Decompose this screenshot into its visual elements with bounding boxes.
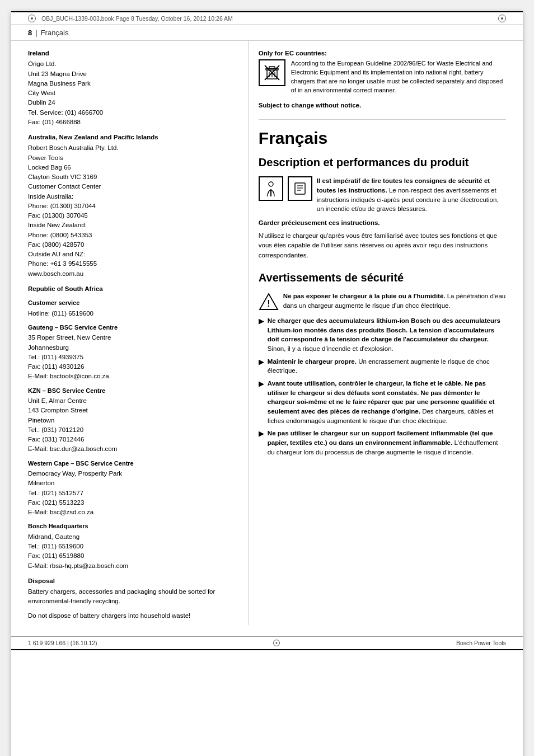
south-africa-heading: Republic of South Africa (28, 284, 238, 294)
safety-intro-text: Il est impératif de lire toutes les cons… (317, 176, 506, 214)
gauteng-line-2: Johannesburg (28, 344, 69, 351)
rain-warning-text: Ne pas exposer le chargeur à la pluie ou… (283, 292, 506, 311)
aus-line-3: Locked Bag 66 (28, 164, 71, 171)
aus-line-12: Outside AU and NZ: (28, 251, 85, 257)
ireland-line-7: Fax: (01) 4666888 (28, 119, 81, 125)
aus-line-6: Inside Australia: (28, 193, 73, 200)
gauteng-line-4: Fax: (011) 4930126 (28, 363, 84, 370)
section-label: Français (41, 29, 69, 37)
western-cape-address: Democracy Way, Prosperity Park Milnerton… (28, 469, 238, 517)
kzn-heading: KZN – BSC Service Centre (28, 386, 238, 396)
wc-line-5: E-Mail: bsc@zsd.co.za (28, 509, 93, 515)
customer-service-label: Customer service (28, 298, 238, 308)
safety-icon-box-1 (259, 176, 283, 201)
australia-heading: Australia, New Zealand and Pacific Islan… (28, 133, 238, 142)
manual-icon (292, 181, 308, 196)
target-icon-left (28, 15, 36, 22)
kzn-line-2: 143 Crompton Street (28, 407, 88, 414)
gauteng-heading: Gauteng – BSC Service Centre (28, 323, 238, 332)
aus-line-10: Phone: (0800) 543353 (28, 232, 92, 238)
aus-line-4: Clayton South VIC 3169 (28, 173, 97, 180)
bullet-3: ▶ Avant toute utilisation, contrôler le … (259, 379, 506, 425)
svg-point-8 (269, 182, 273, 186)
svg-rect-10 (295, 183, 305, 194)
svg-text:!: ! (267, 299, 270, 308)
bullet-2-bold: Maintenir le chargeur propre. (268, 358, 357, 365)
bullet-arrow-1: ▶ (259, 316, 264, 354)
avert-title: Avertissements de sécurité (259, 269, 506, 286)
safety-icon-box-2 (288, 176, 312, 201)
header-file-info: OBJ_BUCH-1339-003.book Page 8 Tuesday, O… (41, 15, 233, 22)
francais-title: Français (259, 125, 506, 151)
bullet-4: ▶ Ne pas utiliser le chargeur sur un sup… (259, 429, 506, 457)
ec-heading: Only for EC countries: (259, 49, 506, 58)
kzn-line-5: Fax: (031) 7012446 (28, 436, 84, 443)
bullet-arrow-4: ▶ (259, 429, 264, 457)
bullet-3-text: Avant toute utilisation, contrôler le ch… (268, 379, 506, 425)
aus-line-8: Fax: (01300) 307045 (28, 212, 88, 219)
aus-line-2: Power Tools (28, 154, 63, 161)
left-column: Ireland Origo Ltd. Unit 23 Magna Drive M… (28, 41, 248, 625)
ireland-line-3: Magna Business Park (28, 80, 91, 87)
ireland-address: Origo Ltd. Unit 23 Magna Drive Magna Bus… (28, 59, 238, 127)
hq-line-3: Fax: (011) 6519880 (28, 552, 84, 559)
gauteng-line-1: 35 Roper Street, New Centre (28, 334, 111, 341)
bosch-hq-heading: Bosch Headquarters (28, 522, 238, 531)
aus-line-14: www.bosch.com.au (28, 270, 83, 277)
utiliser-para: N'utilisez le chargeur qu'après vous êtr… (259, 231, 506, 260)
bullet-2-text: Maintenir le chargeur propre. Un encrass… (268, 357, 506, 375)
kzn-line-6: E-Mail: bsc.dur@za.bosch.com (28, 445, 117, 452)
footer-bar: 1 619 929 L66 | (16.10.12) Bosch Power T… (11, 636, 523, 650)
person-reading-icon (263, 181, 279, 196)
content-area: Ireland Origo Ltd. Unit 23 Magna Drive M… (11, 41, 523, 625)
footer-right: Bosch Power Tools (456, 640, 506, 646)
ireland-heading: Ireland (28, 49, 238, 58)
ireland-line-1: Origo Ltd. (28, 60, 57, 67)
hq-line-2: Tel.: (011) 6519600 (28, 543, 83, 550)
disposal-para2: Do not dispose of battery chargers into … (28, 611, 238, 621)
aus-line-5: Customer Contact Center (28, 183, 101, 190)
header-bar: OBJ_BUCH-1339-003.book Page 8 Tuesday, O… (11, 11, 523, 25)
aus-line-9: Inside New Zealand: (28, 222, 87, 228)
ec-waste-icon-box (259, 59, 285, 86)
rain-warning-icon-box: ! (259, 292, 279, 312)
document-page: OBJ_BUCH-1339-003.book Page 8 Tuesday, O… (11, 11, 523, 756)
disposal-para1: Battery chargers, accessories and packag… (28, 587, 238, 607)
bullet-1: ▶ Ne charger que des accumulateurs lithi… (259, 316, 506, 354)
wc-line-2: Milnerton (28, 480, 54, 486)
australia-address: Robert Bosch Australia Pty. Ltd. Power T… (28, 143, 238, 279)
wc-line-1: Democracy Way, Prosperity Park (28, 470, 122, 477)
target-icon-footer-mid (273, 640, 280, 646)
hq-line-1: Midrand, Gauteng (28, 533, 79, 540)
right-column: Only for EC countries: (248, 41, 506, 625)
kzn-address: Unit E, Almar Centre 143 Crompton Street… (28, 396, 238, 454)
bullet-1-bold: Ne charger que des accumulateurs lithium… (268, 317, 500, 342)
bullet-4-text: Ne pas utiliser le chargeur sur un suppo… (268, 429, 506, 457)
svg-rect-2 (269, 67, 275, 68)
warning-triangle-icon: ! (259, 292, 279, 312)
kzn-line-3: Pinetown (28, 417, 54, 424)
gauteng-address: 35 Roper Street, New Centre Johannesburg… (28, 333, 238, 381)
aus-line-13: Phone: +61 3 95415555 (28, 260, 97, 267)
page-number: 8 (28, 29, 32, 37)
disposal-heading: Disposal (28, 576, 238, 586)
desc-title: Description et performances du produit (259, 155, 506, 170)
ec-description: According to the European Guideline 2002… (291, 59, 506, 95)
aus-line-11: Fax: (0800) 428570 (28, 241, 84, 248)
bosch-hq-address: Midrand, Gauteng Tel.: (011) 6519600 Fax… (28, 532, 238, 571)
section-divider (259, 119, 506, 120)
aus-line-1: Robert Bosch Australia Pty. Ltd. (28, 144, 119, 151)
gauteng-line-3: Tel.: (011) 4939375 (28, 354, 83, 360)
ireland-line-2: Unit 23 Magna Drive (28, 71, 87, 77)
footer-left: 1 619 929 L66 | (16.10.12) (28, 640, 97, 646)
ec-note-block: According to the European Guideline 2002… (259, 59, 506, 95)
hotline: Hotline: (011) 6519600 (28, 309, 238, 318)
gauteng-line-5: E-Mail: bsctools@icon.co.za (28, 373, 109, 379)
wc-line-4: Fax: (021) 5513223 (28, 499, 84, 506)
ireland-line-6: Tel. Service: (01) 4666700 (28, 109, 103, 116)
rain-warning-block: ! Ne pas exposer le chargeur à la pluie … (259, 292, 506, 312)
hq-line-4: E-Mail: rbsa-hq.pts@za.bosch.com (28, 562, 128, 569)
bullet-arrow-3: ▶ (259, 379, 264, 425)
rain-warning-bold: Ne pas exposer le chargeur à la pluie ou… (283, 293, 446, 299)
subject-change: Subject to change without notice. (259, 101, 506, 110)
